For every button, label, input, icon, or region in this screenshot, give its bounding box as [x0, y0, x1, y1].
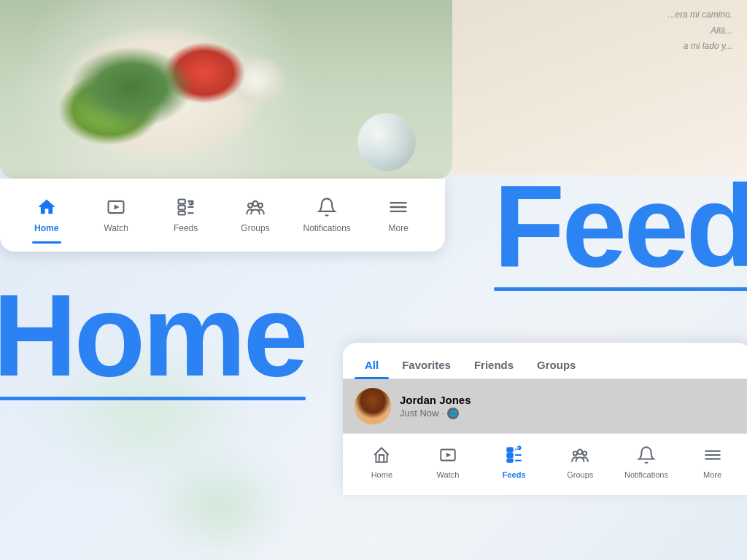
svg-rect-19	[507, 448, 513, 451]
glass-object	[357, 113, 416, 171]
food-image-container	[0, 0, 452, 179]
top-navigation-bar: Home Watch Feeds	[0, 179, 445, 252]
nav-item-more-bottom[interactable]: More	[684, 441, 742, 483]
svg-rect-20	[507, 454, 513, 457]
nav-label-notifications-bottom: Notifications	[624, 470, 668, 479]
avatar-image	[355, 388, 391, 424]
book-background: ...era mi camino. Allá... a mi lado y...	[441, 0, 747, 175]
nav-item-more-top[interactable]: More	[369, 192, 427, 238]
svg-marker-18	[446, 453, 452, 458]
more-icon-top	[388, 197, 409, 220]
home-bg-text: Home	[0, 277, 306, 400]
avatar	[355, 388, 391, 424]
book-text: ...era mi camino. Allá... a mi lado y...	[667, 7, 732, 55]
nav-item-home-top[interactable]: Home	[18, 192, 76, 238]
tab-all[interactable]: All	[355, 351, 389, 378]
svg-point-12	[248, 203, 252, 208]
nav-item-groups-top[interactable]: Groups	[226, 192, 285, 238]
svg-rect-2	[178, 200, 185, 204]
notifications-icon-bottom	[637, 446, 656, 467]
nav-label-home-top: Home	[34, 223, 58, 233]
dot-separator: ·	[441, 408, 444, 419]
phone-2-container: All Favorites Friends Groups Jordan Jone…	[343, 343, 747, 495]
blur-bg-2	[146, 451, 292, 560]
nav-item-watch-top[interactable]: Watch	[87, 192, 145, 238]
nav-label-watch-bottom: Watch	[437, 470, 460, 479]
nav-label-notifications-top: Notifications	[303, 223, 350, 233]
nav-label-feeds-top: Feeds	[174, 223, 198, 233]
feeds-icon-bottom	[505, 446, 524, 467]
nav-label-feeds-bottom: Feeds	[503, 470, 526, 479]
groups-icon-bottom	[570, 446, 589, 467]
bottom-navigation-bar: Home Watch	[343, 433, 747, 495]
post-timestamp: Just Now	[400, 408, 438, 419]
nav-item-notifications-bottom[interactable]: Notifications	[617, 441, 676, 483]
nav-label-watch-top: Watch	[104, 223, 128, 233]
watch-icon-bottom	[438, 446, 457, 467]
svg-marker-1	[115, 205, 120, 210]
svg-point-28	[578, 449, 583, 454]
tab-groups[interactable]: Groups	[527, 351, 586, 378]
post-author-name: Jordan Jones	[400, 394, 740, 406]
nav-label-groups-top: Groups	[241, 223, 269, 233]
tab-favorites[interactable]: Favorites	[392, 351, 461, 378]
nav-item-watch-bottom[interactable]: Watch	[419, 441, 477, 483]
groups-icon-top	[245, 197, 266, 220]
svg-rect-3	[178, 206, 185, 210]
post-info: Jordan Jones Just Now · 🌐	[400, 394, 740, 419]
privacy-icon: 🌐	[447, 408, 459, 419]
nav-item-home-bottom[interactable]: Home	[352, 441, 411, 483]
feeds-icon-top	[176, 197, 196, 220]
svg-point-13	[258, 203, 263, 208]
home-icon-bottom	[372, 446, 391, 467]
nav-label-more-top: More	[389, 223, 409, 233]
svg-point-29	[573, 451, 577, 455]
post-meta: Just Now · 🌐	[400, 408, 740, 419]
watch-icon-top	[106, 197, 126, 220]
more-icon-bottom	[703, 446, 722, 467]
nav-label-more-bottom: More	[703, 470, 721, 479]
home-icon-top	[36, 197, 57, 220]
notifications-icon-top	[317, 197, 337, 220]
nav-item-notifications-top[interactable]: Notifications	[295, 192, 357, 238]
nav-item-groups-bottom[interactable]: Groups	[551, 441, 609, 483]
nav-label-home-bottom: Home	[371, 470, 392, 479]
svg-rect-21	[507, 459, 513, 462]
nav-label-groups-bottom: Groups	[567, 470, 593, 479]
svg-point-30	[583, 451, 587, 455]
nav-item-feeds-bottom[interactable]: Feeds	[485, 441, 543, 483]
post-preview[interactable]: Jordan Jones Just Now · 🌐	[343, 379, 747, 433]
feed-bg-text: Feed	[494, 168, 747, 291]
feed-tabs: All Favorites Friends Groups	[343, 343, 747, 379]
tab-friends[interactable]: Friends	[464, 351, 524, 378]
svg-point-11	[253, 201, 258, 206]
nav-item-feeds-top[interactable]: Feeds	[157, 192, 215, 238]
svg-rect-4	[178, 211, 185, 215]
